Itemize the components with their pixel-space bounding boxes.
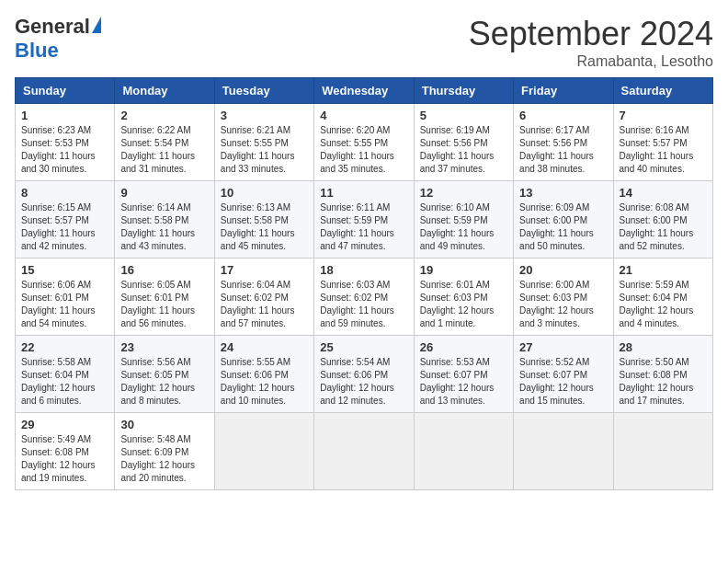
weekday-header: Tuesday [214,78,313,104]
day-number: 29 [21,418,108,431]
day-info: Sunrise: 6:00 AMSunset: 6:03 PMDaylight:… [519,279,607,330]
calendar-week-row: 15Sunrise: 6:06 AMSunset: 6:01 PMDayligh… [16,259,713,336]
day-number: 18 [320,263,407,277]
day-number: 21 [620,263,707,277]
logo-blue-text: Blue [15,39,59,63]
day-info: Sunrise: 6:10 AMSunset: 5:59 PMDaylight:… [420,201,507,253]
day-number: 3 [221,109,308,122]
calendar-cell: 17Sunrise: 6:04 AMSunset: 6:02 PMDayligh… [214,259,313,336]
calendar-week-row: 22Sunrise: 5:58 AMSunset: 6:04 PMDayligh… [16,336,713,413]
calendar-cell: 15Sunrise: 6:06 AMSunset: 6:01 PMDayligh… [16,259,115,336]
day-number: 28 [620,340,707,354]
calendar-cell: 18Sunrise: 6:03 AMSunset: 6:02 PMDayligh… [314,259,414,336]
calendar-cell [414,413,513,490]
calendar-cell: 21Sunrise: 5:59 AMSunset: 6:04 PMDayligh… [613,259,712,336]
day-number: 25 [320,340,407,354]
calendar-cell: 16Sunrise: 6:05 AMSunset: 6:01 PMDayligh… [115,259,214,336]
calendar-week-row: 1Sunrise: 6:23 AMSunset: 5:53 PMDaylight… [16,104,713,181]
calendar-cell: 11Sunrise: 6:11 AMSunset: 5:59 PMDayligh… [314,181,414,259]
logo: General Blue [15,15,101,63]
day-number: 24 [221,340,308,354]
day-number: 15 [21,263,108,277]
title-block: September 2024 Ramabanta, Lesotho [469,15,713,70]
calendar-cell: 12Sunrise: 6:10 AMSunset: 5:59 PMDayligh… [414,181,513,259]
day-number: 5 [420,109,507,122]
day-number: 22 [21,340,108,354]
calendar-cell: 1Sunrise: 6:23 AMSunset: 5:53 PMDaylight… [16,104,115,181]
day-info: Sunrise: 6:05 AMSunset: 6:01 PMDaylight:… [120,279,208,330]
day-info: Sunrise: 6:21 AMSunset: 5:55 PMDaylight:… [221,124,308,176]
day-info: Sunrise: 6:08 AMSunset: 6:00 PMDaylight:… [620,201,707,253]
day-number: 11 [320,186,407,200]
day-number: 6 [519,109,607,122]
calendar-cell: 19Sunrise: 6:01 AMSunset: 6:03 PMDayligh… [414,259,513,336]
month-title: September 2024 [469,15,713,53]
day-number: 13 [519,186,607,200]
calendar-cell: 5Sunrise: 6:19 AMSunset: 5:56 PMDaylight… [414,104,513,181]
day-info: Sunrise: 6:11 AMSunset: 5:59 PMDaylight:… [320,201,407,253]
weekday-header: Wednesday [314,78,414,104]
calendar-cell: 13Sunrise: 6:09 AMSunset: 6:00 PMDayligh… [514,181,613,259]
calendar-cell: 25Sunrise: 5:54 AMSunset: 6:06 PMDayligh… [314,336,414,413]
calendar-cell [613,413,712,490]
calendar-week-row: 8Sunrise: 6:15 AMSunset: 5:57 PMDaylight… [16,181,713,259]
day-info: Sunrise: 5:59 AMSunset: 6:04 PMDaylight:… [620,279,707,330]
calendar-cell: 22Sunrise: 5:58 AMSunset: 6:04 PMDayligh… [16,336,115,413]
calendar-table: SundayMondayTuesdayWednesdayThursdayFrid… [15,77,713,490]
logo-triangle-icon [92,17,101,33]
calendar-cell: 26Sunrise: 5:53 AMSunset: 6:07 PMDayligh… [414,336,513,413]
calendar-cell: 28Sunrise: 5:50 AMSunset: 6:08 PMDayligh… [613,336,712,413]
day-info: Sunrise: 6:17 AMSunset: 5:56 PMDaylight:… [519,124,607,176]
page-header: General Blue September 2024 Ramabanta, L… [15,15,713,70]
day-info: Sunrise: 6:14 AMSunset: 5:58 PMDaylight:… [120,201,208,253]
weekday-header: Saturday [613,78,712,104]
location-title: Ramabanta, Lesotho [469,53,713,70]
day-info: Sunrise: 6:22 AMSunset: 5:54 PMDaylight:… [120,124,208,176]
calendar-cell: 6Sunrise: 6:17 AMSunset: 5:56 PMDaylight… [514,104,613,181]
calendar-cell: 2Sunrise: 6:22 AMSunset: 5:54 PMDaylight… [115,104,214,181]
calendar-cell: 29Sunrise: 5:49 AMSunset: 6:08 PMDayligh… [16,413,115,490]
day-number: 4 [320,109,407,122]
calendar-week-row: 29Sunrise: 5:49 AMSunset: 6:08 PMDayligh… [16,413,713,490]
weekday-header: Sunday [16,78,115,104]
calendar-cell [214,413,313,490]
calendar-cell: 4Sunrise: 6:20 AMSunset: 5:55 PMDaylight… [314,104,414,181]
calendar-header-row: SundayMondayTuesdayWednesdayThursdayFrid… [16,78,713,104]
calendar-cell [514,413,613,490]
calendar-cell: 3Sunrise: 6:21 AMSunset: 5:55 PMDaylight… [214,104,313,181]
calendar-cell: 8Sunrise: 6:15 AMSunset: 5:57 PMDaylight… [16,181,115,259]
day-info: Sunrise: 6:09 AMSunset: 6:00 PMDaylight:… [519,201,607,253]
calendar-cell: 27Sunrise: 5:52 AMSunset: 6:07 PMDayligh… [514,336,613,413]
calendar-cell: 24Sunrise: 5:55 AMSunset: 6:06 PMDayligh… [214,336,313,413]
day-info: Sunrise: 5:52 AMSunset: 6:07 PMDaylight:… [519,356,607,408]
day-number: 9 [120,186,208,200]
weekday-header: Monday [115,78,214,104]
day-info: Sunrise: 5:58 AMSunset: 6:04 PMDaylight:… [21,356,108,408]
day-info: Sunrise: 6:03 AMSunset: 6:02 PMDaylight:… [320,279,407,330]
calendar-cell: 23Sunrise: 5:56 AMSunset: 6:05 PMDayligh… [115,336,214,413]
day-number: 7 [620,109,707,122]
day-info: Sunrise: 5:55 AMSunset: 6:06 PMDaylight:… [221,356,308,408]
day-info: Sunrise: 6:23 AMSunset: 5:53 PMDaylight:… [21,124,108,176]
day-info: Sunrise: 6:19 AMSunset: 5:56 PMDaylight:… [420,124,507,176]
logo-general-text: General [15,15,90,39]
calendar-cell: 14Sunrise: 6:08 AMSunset: 6:00 PMDayligh… [613,181,712,259]
calendar-cell: 7Sunrise: 6:16 AMSunset: 5:57 PMDaylight… [613,104,712,181]
weekday-header: Thursday [414,78,513,104]
day-info: Sunrise: 5:49 AMSunset: 6:08 PMDaylight:… [21,433,108,485]
day-number: 10 [221,186,308,200]
calendar-cell: 30Sunrise: 5:48 AMSunset: 6:09 PMDayligh… [115,413,214,490]
day-info: Sunrise: 6:20 AMSunset: 5:55 PMDaylight:… [320,124,407,176]
day-info: Sunrise: 6:01 AMSunset: 6:03 PMDaylight:… [420,279,507,330]
day-number: 26 [420,340,507,354]
day-info: Sunrise: 6:13 AMSunset: 5:58 PMDaylight:… [221,201,308,253]
day-number: 23 [120,340,208,354]
calendar-cell: 20Sunrise: 6:00 AMSunset: 6:03 PMDayligh… [514,259,613,336]
day-number: 16 [120,263,208,277]
day-number: 1 [21,109,108,122]
day-number: 8 [21,186,108,200]
calendar-cell: 10Sunrise: 6:13 AMSunset: 5:58 PMDayligh… [214,181,313,259]
calendar-cell: 9Sunrise: 6:14 AMSunset: 5:58 PMDaylight… [115,181,214,259]
day-number: 27 [519,340,607,354]
day-info: Sunrise: 6:04 AMSunset: 6:02 PMDaylight:… [221,279,308,330]
